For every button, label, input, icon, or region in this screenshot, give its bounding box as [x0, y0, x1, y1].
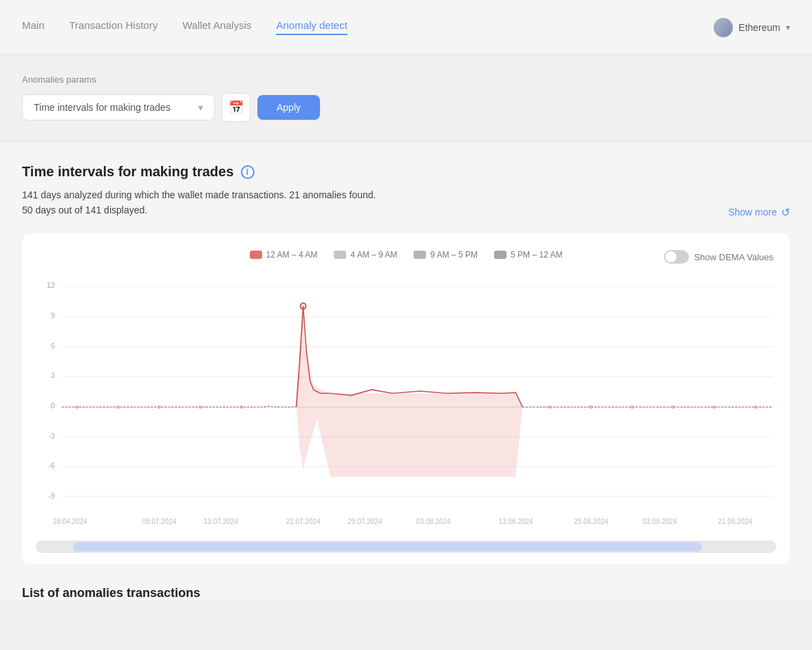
navigation: Main Transaction History Wallet Analysis… [0, 0, 812, 55]
svg-text:25.08.2024: 25.08.2024 [574, 518, 608, 525]
svg-point-18 [116, 406, 120, 409]
svg-text:28.04.2024: 28.04.2024 [53, 518, 87, 525]
svg-point-17 [75, 406, 78, 409]
params-label: Anomalies params [22, 74, 790, 85]
svg-point-23 [590, 406, 593, 409]
svg-text:08.07.2024: 08.07.2024 [142, 518, 176, 525]
legend-label-0: 12 AM – 4 AM [266, 250, 318, 260]
svg-text:03.08.2024: 03.08.2024 [416, 518, 451, 525]
legend-label-3: 5 PM – 12 AM [511, 250, 562, 260]
dema-toggle-switch[interactable] [664, 250, 689, 264]
dema-toggle: Show DEMA Values [664, 250, 773, 264]
info-icon[interactable]: i [241, 165, 255, 179]
svg-text:21.09.2024: 21.09.2024 [718, 518, 752, 525]
svg-text:12: 12 [47, 281, 55, 289]
legend-9am-5pm: 9 AM – 5 PM [414, 250, 478, 260]
legend-12am-4am: 12 AM – 4 AM [250, 250, 318, 260]
stats-line1: 141 days analyzed during which the walle… [22, 189, 790, 200]
legend-4am-9am: 4 AM – 9 AM [334, 250, 397, 260]
stats-row: 50 days out of 141 displayed. Show more … [22, 205, 790, 220]
legend-label-2: 9 AM – 5 PM [430, 250, 478, 260]
show-more-button[interactable]: Show more ↺ [728, 206, 790, 219]
chevron-down-icon: ▾ [786, 23, 790, 32]
show-more-label: Show more [728, 207, 777, 218]
svg-text:3: 3 [51, 371, 55, 379]
svg-text:13.07.2024: 13.07.2024 [204, 518, 238, 525]
svg-point-19 [158, 406, 161, 409]
nav-links: Main Transaction History Wallet Analysis… [22, 19, 714, 35]
legend-5pm-12am: 5 PM – 12 AM [494, 250, 562, 260]
svg-text:-3: -3 [48, 431, 55, 439]
legend-dot-gray1 [334, 251, 346, 259]
chart-scrollbar[interactable] [36, 541, 776, 553]
legend-dot-red [250, 251, 262, 259]
svg-text:6: 6 [51, 341, 55, 349]
svg-text:13.08.2024: 13.08.2024 [499, 518, 533, 525]
stats-line2: 50 days out of 141 displayed. [22, 205, 147, 216]
network-label: Ethereum [738, 22, 780, 33]
calendar-button[interactable]: 📅 [222, 93, 250, 122]
svg-point-21 [239, 406, 243, 409]
section-title: Time intervals for making trades [22, 164, 234, 180]
eth-avatar [714, 18, 733, 37]
calendar-icon: 📅 [228, 100, 244, 115]
nav-anomaly-detect[interactable]: Anomaly detect [276, 19, 347, 35]
svg-text:-6: -6 [48, 461, 55, 470]
chevron-down-icon: ▾ [198, 102, 203, 113]
apply-button[interactable]: Apply [257, 95, 320, 120]
params-bar: Anomalies params Time intervals for maki… [0, 55, 812, 141]
svg-point-27 [754, 406, 758, 409]
svg-point-20 [199, 406, 202, 409]
svg-point-26 [713, 406, 716, 409]
nav-main[interactable]: Main [22, 19, 45, 35]
svg-text:0: 0 [51, 401, 55, 410]
nav-wallet-analysis[interactable]: Wallet Analysis [182, 19, 251, 35]
bottom-section: List of anomalies transactions [0, 564, 812, 600]
svg-text:22.07.2024: 22.07.2024 [286, 518, 321, 525]
refresh-icon: ↺ [781, 206, 790, 219]
chart-area: 12 9 6 3 0 -3 -6 -9 [36, 273, 776, 535]
dropdown-value: Time intervals for making trades [34, 102, 171, 113]
params-controls: Time intervals for making trades ▾ 📅 App… [22, 93, 790, 122]
legend-dot-gray3 [494, 251, 506, 259]
nav-transaction-history[interactable]: Transaction History [70, 19, 158, 35]
svg-text:03.09.2024: 03.09.2024 [643, 518, 677, 525]
list-title: List of anomalies transactions [22, 586, 790, 600]
legend-label-1: 4 AM – 9 AM [350, 250, 397, 260]
svg-point-22 [548, 406, 552, 409]
svg-point-25 [672, 406, 675, 409]
dema-label: Show DEMA Values [694, 252, 773, 262]
legend-dot-gray2 [414, 251, 426, 259]
chart-svg: 12 9 6 3 0 -3 -6 -9 [36, 273, 776, 535]
svg-text:-9: -9 [48, 492, 55, 500]
chart-scrollbar-thumb[interactable] [73, 542, 703, 552]
svg-text:29.07.2024: 29.07.2024 [348, 518, 382, 525]
network-selector[interactable]: Ethereum ▾ [714, 18, 790, 37]
anomaly-type-dropdown[interactable]: Time intervals for making trades ▾ [22, 94, 215, 120]
svg-point-24 [630, 406, 634, 409]
section-title-row: Time intervals for making trades i [22, 164, 790, 180]
svg-text:9: 9 [51, 311, 55, 319]
main-content: Time intervals for making trades i 141 d… [0, 142, 812, 564]
chart-container: Show DEMA Values 12 AM – 4 AM 4 AM – 9 A… [22, 233, 790, 564]
